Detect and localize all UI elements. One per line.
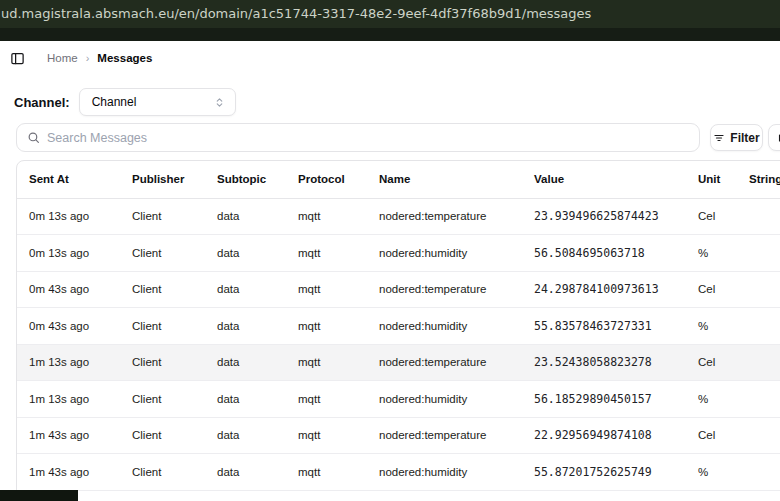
cell-unit: Cel (686, 198, 737, 235)
cell-protocol: mqtt (286, 198, 367, 235)
cell-publisher: Client (120, 235, 205, 272)
page-header: Home › Messages (0, 41, 780, 75)
cell-unit: Cel (686, 271, 737, 308)
cell-value: 23.52438058823278 (522, 344, 686, 381)
browser-url-text: ud.magistrala.absmach.eu/en/domain/a1c51… (1, 6, 591, 21)
browser-url-bar[interactable]: ud.magistrala.absmach.eu/en/domain/a1c51… (0, 0, 780, 28)
cell-subtopic: data (205, 308, 286, 345)
filter-lines-icon (713, 132, 725, 144)
cell-sent-at: 0m 13s ago (17, 235, 120, 272)
table-row: 0m 43s agoClientdatamqttnodered:humidity… (17, 308, 780, 345)
cell-name: nodered:temperature (367, 417, 522, 454)
cell-publisher: Client (120, 308, 205, 345)
table-row: 1m 13s agoClientdatamqttnodered:temperat… (17, 344, 780, 381)
cell-unit (686, 490, 737, 501)
cell-string-value (737, 344, 780, 381)
breadcrumb-home-link[interactable]: Home (47, 52, 78, 64)
table-row: 1m 13s agoClientdatamqttnodered:humidity… (17, 381, 780, 418)
cell-string-value (737, 490, 780, 501)
cell-sent-at: 0m 13s ago (17, 198, 120, 235)
column-header-string-value: String Value (737, 161, 780, 198)
cell-string-value (737, 417, 780, 454)
column-header-publisher: Publisher (120, 161, 205, 198)
messages-page: { "browser": { "url": "ud.magistrala.abs… (0, 0, 780, 501)
cell-unit: Cel (686, 344, 737, 381)
columns-button-partial[interactable] (768, 124, 780, 151)
cell-subtopic: data (205, 235, 286, 272)
cell-publisher: Client (120, 381, 205, 418)
cell-name: nodered:temperature (367, 271, 522, 308)
channel-row: Channel: Channel (14, 88, 236, 116)
messages-table: Sent AtPublisherSubtopicProtocolNameValu… (16, 160, 780, 501)
cell-value: 24.298784100973613 (522, 271, 686, 308)
cell-sent-at: 1m 13s ago (17, 344, 120, 381)
table-row: 0m 13s agoClientdatamqttnodered:humidity… (17, 235, 780, 272)
cell-subtopic (205, 490, 286, 501)
cell-publisher: Client (120, 417, 205, 454)
cell-string-value (737, 454, 780, 491)
cell-string-value (737, 198, 780, 235)
cell-name: nodered:temperature (367, 198, 522, 235)
column-header-subtopic: Subtopic (205, 161, 286, 198)
browser-toolbar-strip (0, 28, 780, 41)
sidebar-toggle-icon[interactable] (9, 50, 25, 66)
cell-protocol: mqtt (286, 417, 367, 454)
filter-button[interactable]: Filter (710, 124, 763, 151)
breadcrumb-current: Messages (97, 52, 152, 64)
cell-value (522, 490, 686, 501)
table-row: 1m 43s agoClientdatamqttnodered:temperat… (17, 417, 780, 454)
cell-name: nodered:humidity (367, 308, 522, 345)
cell-sent-at: 0m 43s ago (17, 308, 120, 345)
table-row: 1m 43s agoClientdatamqttnodered:humidity… (17, 454, 780, 491)
cell-subtopic: data (205, 454, 286, 491)
column-header-value: Value (522, 161, 686, 198)
cell-publisher: Client (120, 271, 205, 308)
cell-publisher: Client (120, 344, 205, 381)
cell-value: 56.18529890450157 (522, 381, 686, 418)
cell-subtopic: data (205, 344, 286, 381)
channel-select[interactable]: Channel (79, 88, 236, 116)
column-header-name: Name (367, 161, 522, 198)
cell-publisher (120, 490, 205, 501)
cell-value: 55.83578463727331 (522, 308, 686, 345)
column-header-sent-at: Sent At (17, 161, 120, 198)
cell-subtopic: data (205, 198, 286, 235)
cell-string-value (737, 308, 780, 345)
table-row: 0m 13s agoClientdatamqttnodered:temperat… (17, 198, 780, 235)
channel-select-value: Channel (92, 95, 137, 109)
cell-protocol: mqtt (286, 454, 367, 491)
cell-unit: % (686, 381, 737, 418)
cell-subtopic: data (205, 271, 286, 308)
cell-unit: Cel (686, 417, 737, 454)
cell-publisher: Client (120, 198, 205, 235)
cell-sent-at: 0m 43s ago (17, 271, 120, 308)
cell-value: 56.5084695063718 (522, 235, 686, 272)
cell-protocol: mqtt (286, 271, 367, 308)
cell-string-value (737, 235, 780, 272)
messages-table-body: 0m 13s agoClientdatamqttnodered:temperat… (17, 198, 780, 501)
table-row (17, 490, 780, 501)
cell-value: 55.87201752625749 (522, 454, 686, 491)
search-box (16, 123, 700, 152)
cell-sent-at: 1m 43s ago (17, 454, 120, 491)
cell-protocol: mqtt (286, 381, 367, 418)
cell-name (367, 490, 522, 501)
column-header-unit: Unit (686, 161, 737, 198)
cell-subtopic: data (205, 417, 286, 454)
cell-value: 23.939496625874423 (522, 198, 686, 235)
cell-unit: % (686, 235, 737, 272)
search-icon (27, 131, 40, 144)
cell-unit: % (686, 454, 737, 491)
browser-status-overlay (0, 490, 78, 501)
breadcrumb-separator-icon: › (86, 52, 90, 64)
cell-protocol: mqtt (286, 235, 367, 272)
cell-string-value (737, 381, 780, 418)
table-row: 0m 43s agoClientdatamqttnodered:temperat… (17, 271, 780, 308)
channel-label: Channel: (14, 95, 70, 110)
cell-sent-at: 1m 13s ago (17, 381, 120, 418)
cell-name: nodered:humidity (367, 381, 522, 418)
cell-value: 22.92956949874108 (522, 417, 686, 454)
cell-unit: % (686, 308, 737, 345)
search-input[interactable] (47, 131, 689, 145)
cell-protocol: mqtt (286, 308, 367, 345)
